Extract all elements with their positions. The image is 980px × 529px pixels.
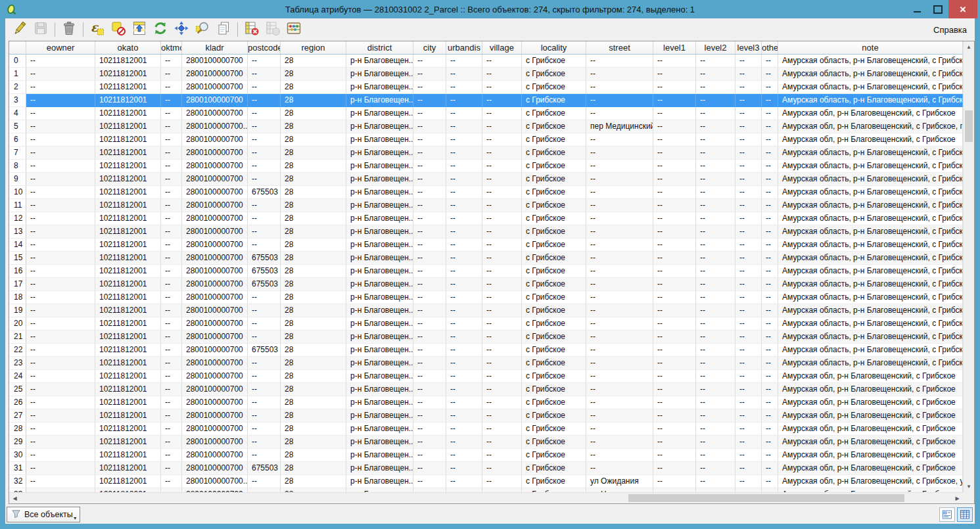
- cell-level2[interactable]: --: [696, 423, 735, 436]
- cell-locality[interactable]: с Грибское: [522, 357, 586, 370]
- cell-level3[interactable]: --: [735, 462, 762, 475]
- column-header-other[interactable]: other: [762, 41, 778, 54]
- cell-note[interactable]: Амурская обл, р-н Благовещенский, с Гриб…: [778, 462, 963, 475]
- cell-oktmo[interactable]: --: [161, 278, 182, 291]
- copy-selected-button[interactable]: [214, 20, 233, 39]
- cell-city[interactable]: --: [413, 133, 446, 147]
- cell-urbandis[interactable]: --: [446, 186, 482, 199]
- horizontal-scroll-thumb[interactable]: [628, 494, 904, 502]
- cell-kladr[interactable]: 2800100000700: [182, 94, 248, 107]
- cell-level1[interactable]: --: [653, 120, 696, 133]
- cell-village[interactable]: --: [482, 252, 522, 265]
- cell-district[interactable]: р-н Благовещен...: [346, 81, 413, 94]
- cell-urbandis[interactable]: --: [446, 423, 482, 436]
- cell-okato[interactable]: 10211812001: [95, 68, 161, 81]
- cell-urbandis[interactable]: --: [446, 409, 482, 423]
- cell-street[interactable]: --: [586, 357, 653, 370]
- row-header-31[interactable]: 31: [9, 462, 26, 475]
- cell-postcode[interactable]: --: [248, 147, 281, 160]
- cell-oktmo[interactable]: --: [161, 265, 182, 278]
- cell-village[interactable]: --: [482, 173, 522, 186]
- cell-region[interactable]: 28: [281, 55, 346, 68]
- cell-street[interactable]: --: [586, 317, 653, 331]
- cell-urbandis[interactable]: --: [446, 396, 482, 409]
- cell-note[interactable]: Амурская обл, р-н Благовещенский, с Гриб…: [778, 370, 963, 383]
- row-header-17[interactable]: 17: [9, 278, 26, 291]
- cell-city[interactable]: --: [413, 160, 446, 173]
- cell-district[interactable]: р-н Благовещен...: [346, 133, 413, 147]
- cell-urbandis[interactable]: --: [446, 291, 482, 304]
- cell-postcode[interactable]: 675503: [248, 252, 281, 265]
- cell-level3[interactable]: --: [735, 475, 762, 488]
- cell-city[interactable]: --: [413, 199, 446, 212]
- cell-village[interactable]: --: [482, 94, 522, 107]
- cell-level3[interactable]: --: [735, 396, 762, 409]
- cell-street[interactable]: --: [586, 186, 653, 199]
- cell-postcode[interactable]: 675503: [248, 186, 281, 199]
- cell-locality[interactable]: с Грибское: [522, 291, 586, 304]
- cell-urbandis[interactable]: --: [446, 81, 482, 94]
- cell-locality[interactable]: с Грибское: [522, 449, 586, 462]
- cell-district[interactable]: р-н Благовещен...: [346, 239, 413, 252]
- cell-note[interactable]: Амурская обл, р-н Благовещенский, с Гриб…: [778, 107, 963, 120]
- cell-city[interactable]: --: [413, 94, 446, 107]
- cell-okato[interactable]: 10211812001: [95, 331, 161, 344]
- cell-level2[interactable]: --: [696, 331, 735, 344]
- cell-village[interactable]: --: [482, 317, 522, 331]
- cell-level3[interactable]: --: [735, 120, 762, 133]
- cell-eowner[interactable]: --: [26, 278, 95, 291]
- column-header-oktmo[interactable]: oktmo: [161, 41, 182, 54]
- cell-kladr[interactable]: 2800100000700: [182, 160, 248, 173]
- cell-level2[interactable]: --: [696, 383, 735, 396]
- cell-urbandis[interactable]: --: [446, 462, 482, 475]
- cell-level2[interactable]: --: [696, 107, 735, 120]
- cell-district[interactable]: р-н Благовещен...: [346, 199, 413, 212]
- cell-street[interactable]: --: [586, 278, 653, 291]
- cell-level2[interactable]: --: [696, 199, 735, 212]
- field-calculator-button[interactable]: [284, 20, 304, 39]
- cell-region[interactable]: 28: [281, 383, 346, 396]
- cell-level3[interactable]: --: [735, 199, 762, 212]
- cell-district[interactable]: р-н Благовещен...: [346, 278, 413, 291]
- cell-region[interactable]: 28: [281, 317, 346, 331]
- cell-postcode[interactable]: 675503: [248, 265, 281, 278]
- cell-eowner[interactable]: --: [26, 475, 95, 488]
- cell-postcode[interactable]: --: [248, 68, 281, 81]
- cell-city[interactable]: --: [413, 147, 446, 160]
- cell-okato[interactable]: 10211812001: [95, 133, 161, 147]
- cell-postcode[interactable]: 675503: [248, 278, 281, 291]
- cell-level1[interactable]: --: [653, 396, 696, 409]
- cell-okato[interactable]: 10211812001: [95, 344, 161, 357]
- cell-kladr[interactable]: 2800100000700: [182, 291, 248, 304]
- cell-locality[interactable]: с Грибское: [522, 265, 586, 278]
- help-link[interactable]: Справка: [933, 18, 967, 41]
- cell-village[interactable]: --: [482, 331, 522, 344]
- cell-level2[interactable]: --: [696, 291, 735, 304]
- cell-oktmo[interactable]: --: [161, 225, 182, 239]
- cell-locality[interactable]: с Грибское: [522, 278, 586, 291]
- cell-district[interactable]: р-н Благовещен...: [346, 68, 413, 81]
- cell-district[interactable]: р-н Благовещен...: [346, 186, 413, 199]
- cell-urbandis[interactable]: --: [446, 475, 482, 488]
- cell-street[interactable]: --: [586, 225, 653, 239]
- cell-city[interactable]: --: [413, 344, 446, 357]
- cell-level1[interactable]: --: [653, 475, 696, 488]
- cell-okato[interactable]: 10211812001: [95, 55, 161, 68]
- cell-street[interactable]: --: [586, 133, 653, 147]
- cell-kladr[interactable]: 2800100000700: [182, 199, 248, 212]
- cell-oktmo[interactable]: --: [161, 186, 182, 199]
- cell-urbandis[interactable]: --: [446, 317, 482, 331]
- cell-level1[interactable]: --: [653, 147, 696, 160]
- cell-level3[interactable]: --: [735, 94, 762, 107]
- cell-kladr[interactable]: 2800100000700: [182, 225, 248, 239]
- cell-locality[interactable]: с Грибское: [522, 212, 586, 225]
- cell-level2[interactable]: --: [696, 436, 735, 449]
- cell-region[interactable]: 28: [281, 81, 346, 94]
- cell-kladr[interactable]: 2800100000700: [182, 107, 248, 120]
- cell-locality[interactable]: с Грибское: [522, 475, 586, 488]
- cell-district[interactable]: р-н Благовещен...: [346, 225, 413, 239]
- vertical-scrollbar[interactable]: ▲ ▼: [963, 41, 974, 492]
- cell-village[interactable]: --: [482, 291, 522, 304]
- cell-village[interactable]: --: [482, 396, 522, 409]
- cell-kladr[interactable]: 2800100000700: [182, 317, 248, 331]
